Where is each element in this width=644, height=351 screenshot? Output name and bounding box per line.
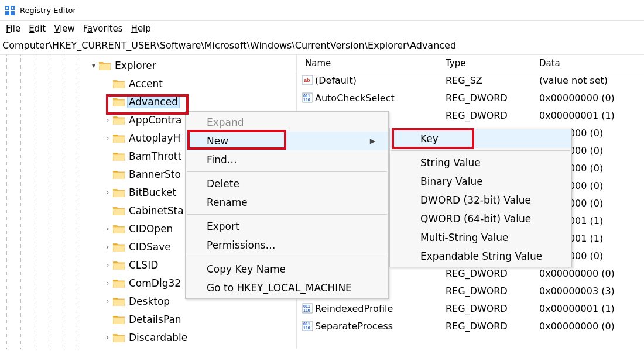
context-menu-copy-key-name[interactable]: Copy Key Name [186, 260, 388, 278]
context-submenu-new[interactable]: KeyString ValueBinary ValueDWORD (32-bit… [389, 128, 572, 267]
context-submenu-binary-value[interactable]: Binary Value [390, 172, 571, 191]
address-path: Computer\HKEY_CURRENT_USER\Software\Micr… [2, 40, 456, 51]
column-header-type[interactable]: Type [446, 58, 539, 68]
context-submenu-expandable-string-value[interactable]: Expandable String Value [390, 247, 571, 266]
folder-icon [112, 133, 125, 143]
folder-icon [112, 223, 125, 234]
value-type: REG_DWORD [446, 321, 539, 332]
chevron-right-icon[interactable]: › [103, 116, 112, 124]
column-header-data[interactable]: Data [539, 58, 644, 68]
context-menu-label: New [207, 135, 228, 147]
chevron-down-icon[interactable]: ▾ [89, 61, 98, 70]
menu-edit[interactable]: Edit [29, 23, 46, 34]
value-row[interactable]: 011110SeparateProcessREG_DWORD0x00000000… [297, 317, 644, 335]
context-menu-separator [187, 257, 387, 257]
context-menu-label: Key [420, 133, 439, 144]
value-row[interactable]: ab(Default)REG_SZ(value not set) [297, 71, 644, 89]
value-name: SeparateProcess [315, 321, 393, 332]
binary-value-icon: 011110 [302, 320, 313, 332]
svg-text:110: 110 [303, 98, 310, 102]
value-name: ReindexedProfile [315, 303, 393, 314]
tree-item-detailspan[interactable]: DetailsPan [0, 310, 296, 328]
context-menu-label: Expand [207, 116, 244, 128]
address-bar[interactable]: Computer\HKEY_CURRENT_USER\Software\Micr… [0, 37, 644, 55]
context-menu-find-[interactable]: Find… [186, 150, 388, 169]
value-type: REG_DWORD [446, 303, 539, 314]
context-menu-label: Export [207, 221, 239, 232]
context-menu[interactable]: ExpandNew▶Find…DeleteRenameExportPermiss… [185, 111, 389, 299]
tree-item-explorer[interactable]: ▾Explorer [0, 56, 296, 74]
value-name: AutoCheckSelect [315, 92, 395, 104]
context-menu-go-to-hkey-local-machine[interactable]: Go to HKEY_LOCAL_MACHINE [186, 278, 388, 297]
chevron-right-icon[interactable]: › [103, 134, 112, 142]
values-header[interactable]: Name Type Data [297, 55, 644, 71]
folder-icon [98, 60, 111, 71]
menu-file[interactable]: File [6, 23, 20, 34]
svg-rect-5 [12, 7, 13, 9]
context-menu-label: Find… [207, 154, 237, 166]
context-submenu-qword-64-bit-value[interactable]: QWORD (64-bit) Value [390, 209, 571, 228]
menu-favorites[interactable]: Favorites [83, 23, 123, 34]
binary-value-icon: 011110 [302, 302, 313, 314]
value-data: 0x00000000 (0) [539, 268, 644, 279]
value-type: REG_DWORD [446, 268, 539, 279]
context-submenu-key[interactable]: Key [390, 129, 571, 148]
titlebar: Registry Editor [0, 0, 644, 21]
svg-text:011: 011 [303, 304, 310, 308]
chevron-right-icon: ▶ [370, 137, 375, 145]
context-menu-rename[interactable]: Rename [186, 193, 388, 212]
tree-item-label: CIDSave [128, 241, 172, 253]
tree-item-label: ComDlg32 [128, 277, 182, 289]
context-menu-separator [391, 150, 570, 151]
context-menu-label: Delete [207, 178, 239, 190]
column-header-name[interactable]: Name [297, 58, 446, 68]
svg-text:110: 110 [303, 326, 310, 330]
chevron-right-icon[interactable]: › [103, 225, 112, 233]
value-type: REG_SZ [446, 75, 539, 86]
value-row[interactable]: 011110AutoCheckSelectREG_DWORD0x00000000… [297, 89, 644, 106]
value-type: REG_DWORD [446, 285, 539, 297]
chevron-right-icon[interactable]: › [103, 243, 112, 251]
context-menu-delete[interactable]: Delete [186, 174, 388, 193]
tree-item-accent[interactable]: Accent [0, 74, 296, 92]
tree-item-label: CabinetSta [128, 205, 185, 216]
context-menu-new[interactable]: New▶ [186, 132, 388, 150]
chevron-right-icon[interactable]: › [103, 333, 112, 342]
value-data: 0x00000001 (1) [539, 303, 644, 314]
svg-rect-3 [11, 11, 15, 15]
registry-editor-icon [5, 5, 15, 16]
svg-rect-2 [5, 11, 9, 15]
context-submenu-dword-32-bit-value[interactable]: DWORD (32-bit) Value [390, 191, 571, 209]
context-menu-permissions-[interactable]: Permissions… [186, 236, 388, 254]
svg-rect-4 [6, 7, 8, 9]
svg-text:110: 110 [303, 308, 310, 312]
tree-item-label: AutoplayH [128, 132, 181, 144]
chevron-right-icon[interactable]: › [103, 297, 112, 305]
context-submenu-string-value[interactable]: String Value [390, 153, 571, 172]
value-data: 0x00000000 (0) [539, 92, 644, 104]
binary-value-icon: 011110 [302, 92, 313, 104]
chevron-right-icon[interactable]: › [103, 188, 112, 197]
tree-item-diskspacechecking[interactable]: DiskSpaceChecking [0, 346, 296, 349]
svg-text:011: 011 [303, 94, 310, 98]
tree-item-label: AppContra [128, 114, 183, 126]
context-menu-export[interactable]: Export [186, 217, 388, 236]
value-row[interactable]: 011110ReindexedProfileREG_DWORD0x0000000… [297, 300, 644, 317]
context-menu-label: QWORD (64-bit) Value [420, 213, 531, 225]
context-menu-label: Go to HKEY_LOCAL_MACHINE [207, 282, 352, 294]
tree-item-advanced[interactable]: Advanced [0, 92, 296, 111]
tree-item-discardable[interactable]: ›Discardable [0, 328, 296, 346]
folder-icon [112, 260, 125, 270]
value-type: REG_DWORD [446, 110, 539, 121]
value-data: 0x00000001 (1) [539, 110, 644, 121]
chevron-right-icon[interactable]: › [103, 261, 112, 269]
menu-help[interactable]: Help [131, 23, 151, 34]
folder-icon [112, 115, 125, 125]
context-submenu-multi-string-value[interactable]: Multi-String Value [390, 228, 571, 247]
chevron-right-icon[interactable]: › [103, 279, 112, 287]
folder-icon [112, 151, 125, 161]
tree-item-label: Explorer [114, 60, 157, 71]
menubar: FileEditViewFavoritesHelp [0, 21, 644, 37]
menu-view[interactable]: View [54, 23, 75, 34]
folder-icon [112, 205, 125, 216]
